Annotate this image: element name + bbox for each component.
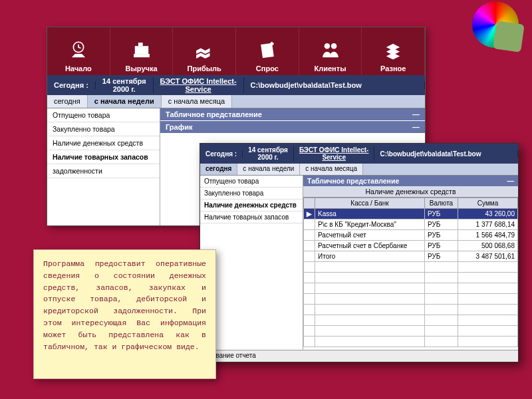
register-icon xyxy=(130,39,153,62)
status-product[interactable]: БЭСТ ОФИС Intellect- Service xyxy=(294,146,375,161)
sidebar-item[interactable]: Наличие товарных запасов xyxy=(47,150,160,164)
table-pane-header[interactable]: Табличное представление — xyxy=(303,176,518,186)
sidebar-item[interactable]: Наличие денежных средств xyxy=(200,200,303,211)
product-line2: Service xyxy=(160,85,237,93)
tab-today[interactable]: сегодня xyxy=(47,95,88,108)
clock-icon xyxy=(67,39,90,62)
table-row[interactable] xyxy=(304,273,518,283)
date-line1: 14 сентября xyxy=(248,146,288,154)
sidebar-item[interactable]: Закупленно товара xyxy=(200,188,303,200)
row-marker xyxy=(304,273,315,283)
svg-point-6 xyxy=(331,43,336,49)
statusbar-front: Сегодня : 14 сентября 2000 г. БЭСТ ОФИС … xyxy=(200,144,518,164)
col-currency[interactable]: Валюта xyxy=(425,198,458,209)
row-marker xyxy=(304,230,315,241)
cell-sum: 43 260,00 xyxy=(458,209,518,219)
toolbar-label: Прибыль xyxy=(188,65,221,72)
row-marker xyxy=(304,262,315,273)
toolbar-clients[interactable]: Клиенты xyxy=(299,27,362,75)
table-row[interactable] xyxy=(304,294,518,305)
cell-currency: РУБ xyxy=(425,219,458,230)
toolbar-label: Спрос xyxy=(256,65,279,72)
people-icon xyxy=(319,39,342,62)
front-body: Отпущено товара Закупленно товара Наличи… xyxy=(200,176,518,350)
cell-currency xyxy=(425,273,458,283)
tab-month[interactable]: с начала месяца xyxy=(300,164,363,175)
tab-week[interactable]: с начала недели xyxy=(88,95,162,108)
row-marker xyxy=(304,336,315,347)
brand-logo xyxy=(472,1,519,48)
tab-today[interactable]: сегодня xyxy=(200,164,237,175)
sidebar-item[interactable]: задолженности xyxy=(47,164,160,178)
pane-header-label: График xyxy=(166,123,193,131)
row-marker xyxy=(304,305,315,315)
pane-header-chart[interactable]: График — xyxy=(160,121,425,134)
table-row[interactable] xyxy=(304,336,518,347)
date-line1: 14 сентября xyxy=(102,77,146,85)
table-row[interactable]: ИтогоРУБ3 487 501,61 xyxy=(304,251,518,262)
row-marker xyxy=(304,315,315,326)
toolbar-revenue[interactable]: Выручка xyxy=(110,27,174,75)
cell-account: Расчетный счет в Сбербанке xyxy=(315,241,425,251)
product-line2: Service xyxy=(299,154,369,161)
cell-account xyxy=(315,283,425,294)
cell-account xyxy=(315,294,425,305)
cell-sum xyxy=(458,315,518,326)
sidebar-item[interactable]: Наличие товарных запасов xyxy=(200,211,303,223)
collapse-icon[interactable]: — xyxy=(507,177,515,185)
cell-currency: РУБ xyxy=(425,251,458,262)
period-tabs-front: сегодня с начала недели с начала месяца xyxy=(200,164,518,176)
pane-header-label: Табличное представление xyxy=(307,177,399,185)
toolbar-start[interactable]: Начало xyxy=(47,27,110,75)
table-row[interactable]: ▶KassaРУБ43 260,00 xyxy=(304,209,518,219)
svg-rect-2 xyxy=(134,54,150,57)
tab-week[interactable]: с начала недели xyxy=(237,164,300,175)
cash-table[interactable]: Касса / Банк Валюта Сумма ▶KassaРУБ43 26… xyxy=(303,198,518,347)
description-note: Программа предоставит оперативные сведен… xyxy=(33,249,216,379)
table-row[interactable] xyxy=(304,315,518,326)
table-row[interactable] xyxy=(304,326,518,336)
row-marker xyxy=(304,283,315,294)
cell-account xyxy=(315,315,425,326)
table-row[interactable]: Р\с в КБ "Кредит-Москва"РУБ1 377 688,14 xyxy=(304,219,518,230)
status-product[interactable]: БЭСТ ОФИС Intellect- Service xyxy=(154,77,244,93)
cell-currency xyxy=(425,336,458,347)
statusbar-main: Сегодня : 14 сентября 2000 г. БЭСТ ОФИС … xyxy=(47,75,425,95)
note-text: Программа предоставит оперативные сведен… xyxy=(43,259,206,351)
pane-header-table[interactable]: Табличное представление — xyxy=(160,108,425,121)
table-row[interactable]: Расчетный счет в СбербанкеРУБ500 068,68 xyxy=(304,241,518,251)
toolbar-misc[interactable]: Разное xyxy=(362,27,425,75)
toolbar-label: Разное xyxy=(380,65,406,72)
cell-sum xyxy=(458,294,518,305)
collapse-icon[interactable]: — xyxy=(412,123,420,131)
sidebar-item[interactable]: Отпущено товара xyxy=(47,108,160,122)
cell-account: Р\с в КБ "Кредит-Москва" xyxy=(315,219,425,230)
cell-currency xyxy=(425,326,458,336)
cell-sum xyxy=(458,305,518,315)
toolbar-label: Выручка xyxy=(125,65,157,72)
row-marker xyxy=(304,294,315,305)
cell-currency xyxy=(425,283,458,294)
toolbar-profit[interactable]: Прибыль xyxy=(173,27,236,75)
sidebar-item[interactable]: Отпущено товара xyxy=(200,176,303,188)
status-path: C:\bowbudjet\vba\data\Test.bow xyxy=(374,150,518,158)
cell-sum: 1 377 688,14 xyxy=(458,219,518,230)
toolbar-demand[interactable]: Спрос xyxy=(236,27,299,75)
cell-account xyxy=(315,305,425,315)
col-sum[interactable]: Сумма xyxy=(458,198,518,209)
table-row[interactable]: Расчетный счетРУБ1 566 484,79 xyxy=(304,230,518,241)
table-title: Наличие денежных средств xyxy=(303,186,518,198)
table-row[interactable] xyxy=(304,283,518,294)
sidebar-item[interactable]: Наличие денежных средств xyxy=(47,136,160,150)
collapse-icon[interactable]: — xyxy=(412,110,420,118)
tab-month[interactable]: с начала месяца xyxy=(162,95,233,108)
cell-account xyxy=(315,326,425,336)
sidebar-item[interactable]: Закупленно товара xyxy=(47,122,160,136)
cell-account xyxy=(315,262,425,273)
table-row[interactable] xyxy=(304,262,518,273)
today-label: Сегодня : xyxy=(47,81,96,89)
today-label: Сегодня : xyxy=(200,150,243,158)
table-row[interactable] xyxy=(304,305,518,315)
toolbar-label: Клиенты xyxy=(315,65,346,72)
col-account[interactable]: Касса / Банк xyxy=(315,198,425,209)
